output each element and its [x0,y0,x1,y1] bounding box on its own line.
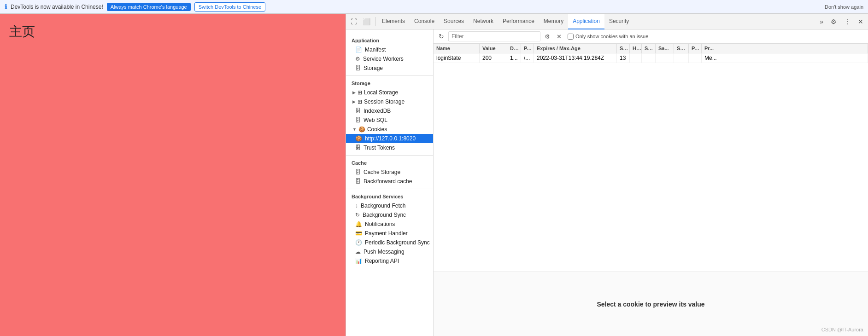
payment-handler-icon: 💳 [355,230,362,237]
sidebar-item-payment-handler[interactable]: 💳 Payment Handler [346,229,433,238]
sidebar-item-label: Periodic Background Sync [365,239,430,246]
sidebar-item-bg-fetch[interactable]: ↕ Background Fetch [346,201,433,210]
watermark: CSDN @IT-Aurora [821,327,863,332]
col-header-name[interactable]: Name [434,44,480,53]
chevron-icon: ▶ [352,99,356,104]
tab-security[interactable]: Security [604,14,633,29]
match-language-button[interactable]: Always match Chrome's language [107,3,191,11]
sidebar-section-application: Application [346,36,433,45]
sidebar-item-push-messaging[interactable]: ☁ Push Messaging [346,247,433,256]
switch-devtools-button[interactable]: Switch DevTools to Chinese [194,2,265,12]
filter-input[interactable] [448,31,540,41]
col-header-samepar[interactable]: Sa... [674,44,689,53]
col-header-partition[interactable]: Pr... [702,44,868,53]
tab-application[interactable]: Application [568,14,604,29]
col-header-priority[interactable]: P... [689,44,702,53]
issue-filter-checkbox[interactable] [568,34,574,40]
clear-filter-icon[interactable]: ✕ [554,32,564,41]
col-header-secure[interactable]: Se... [642,44,656,53]
col-header-size[interactable]: S... [617,44,630,53]
more-options-icon[interactable]: ⋮ [841,16,853,27]
tab-network[interactable]: Network [469,14,498,29]
sidebar-item-label: Payment Handler [365,230,408,237]
sidebar-item-label: Trust Tokens [364,145,395,151]
sidebar-section-cache: Cache [346,158,433,168]
devtools-body: Application 📄 Manifest ⚙ Service Workers… [346,29,868,336]
tab-elements[interactable]: Elements [377,14,410,29]
bg-sync-icon: ↻ [355,212,360,218]
sidebar-item-cookies[interactable]: ▼ 🍪 Cookies [346,125,433,134]
storage-icon: 🗄 [355,65,361,71]
table-body: loginState 200 1... /... 2022-03-31T13:4… [434,53,868,272]
tab-console[interactable]: Console [410,14,439,29]
sidebar-item-cookies-url[interactable]: 🍪 http://127.0.0.1:8020 [346,134,433,143]
reporting-api-icon: 📊 [355,258,362,264]
col-header-domain[interactable]: D... [507,44,521,53]
session-storage-icon: ⊞ [358,98,362,105]
close-devtools-icon[interactable]: ✕ [855,16,866,27]
settings-icon[interactable]: ⚙ [828,16,839,27]
sidebar-item-bg-sync[interactable]: ↻ Background Sync [346,210,433,220]
col-header-samesite[interactable]: Sa... [656,44,674,53]
sidebar-item-bf-cache[interactable]: 🗄 Back/forward cache [346,177,433,186]
sidebar-item-label: Manifest [365,46,386,53]
main-layout: 主页 ⛶ ⬜ Elements Console Sources Network … [0,14,868,336]
col-header-http[interactable]: H... [630,44,642,53]
device-toolbar-icon[interactable]: ⬜ [360,16,373,27]
sidebar-item-reporting-api[interactable]: 📊 Reporting API [346,256,433,266]
page-title: 主页 [9,23,35,41]
sidebar-item-web-sql[interactable]: 🗄 Web SQL [346,116,433,125]
notifications-icon: 🔔 [355,221,362,227]
col-header-path[interactable]: P... [521,44,534,53]
cell-name: loginState [434,53,480,63]
sidebar-item-indexeddb[interactable]: 🗄 IndexedDB [346,106,433,116]
filter-settings-icon[interactable]: ⚙ [542,32,552,41]
cell-samesite [656,53,674,63]
sidebar-item-manifest[interactable]: 📄 Manifest [346,45,433,54]
dont-show-link[interactable]: Don't show again [825,4,863,10]
col-header-value[interactable]: Value [480,44,507,53]
sidebar-item-label: Service Workers [363,56,404,62]
sidebar-item-periodic-bg-sync[interactable]: 🕐 Periodic Background Sync [346,238,433,247]
sidebar-item-label: Cookies [367,126,387,133]
sidebar-item-label: Reporting API [365,258,399,264]
more-tabs-icon[interactable]: » [817,16,826,27]
sidebar-item-storage[interactable]: 🗄 Storage [346,64,433,73]
sidebar-item-label: IndexedDB [364,108,391,114]
sidebar-item-label: Notifications [365,221,395,227]
tab-separator [375,17,375,26]
sidebar-item-service-workers[interactable]: ⚙ Service Workers [346,54,433,64]
cell-partition: Me... [702,53,868,63]
cell-secure [642,53,656,63]
sidebar-item-session-storage[interactable]: ▶ ⊞ Session Storage [346,97,433,106]
tab-performance[interactable]: Performance [498,14,539,29]
issue-filter-checkbox-label[interactable]: Only show cookies with an issue [568,34,648,40]
table-header: Name Value D... P... Expires / Max-Age S… [434,44,868,53]
cookie-table: Name Value D... P... Expires / Max-Age S… [434,44,868,272]
page-content: 主页 [0,14,346,336]
sidebar-item-label: Storage [364,65,383,71]
sidebar-item-cache-storage[interactable]: 🗄 Cache Storage [346,168,433,177]
col-header-expires[interactable]: Expires / Max-Age [534,44,617,53]
table-row[interactable]: loginState 200 1... /... 2022-03-31T13:4… [434,53,868,63]
sidebar-item-local-storage[interactable]: ▶ ⊞ Local Storage [346,88,433,97]
cell-size: 13 [617,53,630,63]
devtools-tab-bar: ⛶ ⬜ Elements Console Sources Network Per… [346,14,868,29]
cell-value: 200 [480,53,507,63]
sidebar-item-label: Push Messaging [364,249,405,255]
cookies-icon: 🍪 [358,126,365,133]
tab-sources[interactable]: Sources [439,14,469,29]
cell-samepar [674,53,689,63]
sidebar-item-trust-tokens[interactable]: 🗄 Trust Tokens [346,143,433,152]
chevron-down-icon: ▼ [352,127,357,132]
sidebar-divider-2 [346,155,433,156]
cache-storage-icon: 🗄 [355,169,361,175]
refresh-button[interactable]: ↻ [436,31,446,41]
cell-http [630,53,642,63]
sidebar-item-label: Local Storage [364,89,398,96]
sidebar-item-notifications[interactable]: 🔔 Notifications [346,220,433,229]
tab-memory[interactable]: Memory [539,14,568,29]
inspect-element-icon[interactable]: ⛶ [348,16,360,27]
cell-path: /... [521,53,534,63]
preview-area: Select a cookie to preview its value [434,272,868,336]
